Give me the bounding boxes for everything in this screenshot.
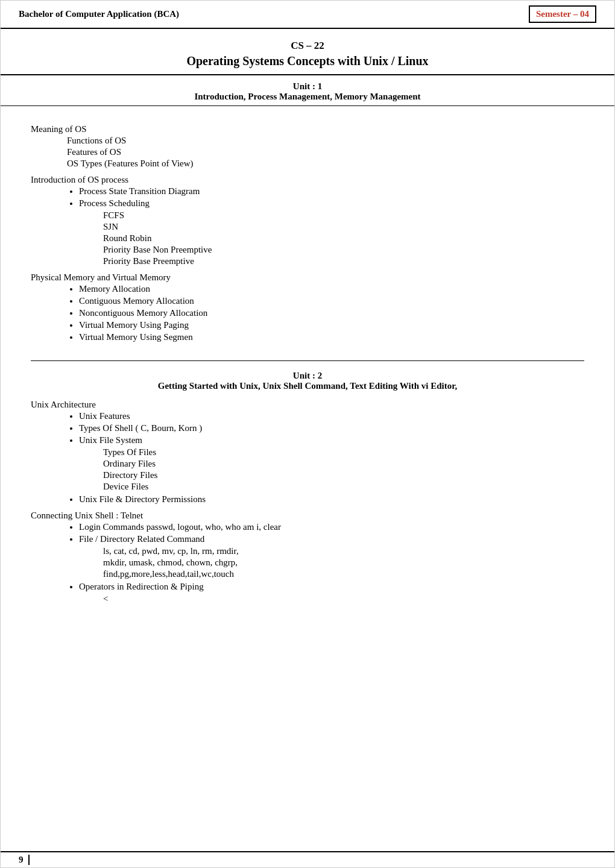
- priority-non-preemptive: Priority Base Non Preemptive: [31, 245, 584, 255]
- page-number: 9: [19, 855, 30, 865]
- features-of-os: Features of OS: [31, 147, 584, 157]
- header-title: Bachelor of Computer Application (BCA): [19, 9, 179, 19]
- bullet-list-2: Memory Allocation Contiguous Memory Allo…: [31, 284, 584, 342]
- types-of-files: Types Of Files: [31, 447, 584, 458]
- section-divider: [31, 360, 584, 361]
- fcfs: FCFS: [31, 210, 584, 221]
- list-item: Virtual Memory Using Segmen: [79, 332, 584, 342]
- list-item: Process State Transition Diagram: [79, 186, 584, 197]
- redirection-less-than: <: [31, 594, 584, 604]
- header-semester: Semester – 04: [529, 5, 596, 23]
- os-types: OS Types (Features Point of View): [31, 159, 584, 169]
- device-files: Device Files: [31, 482, 584, 492]
- directory-files: Directory Files: [31, 470, 584, 480]
- connecting-unix-shell: Connecting Unix Shell : Telnet: [31, 511, 584, 521]
- list-item: Noncontiguous Memory Allocation: [79, 308, 584, 318]
- file-cmd-1: ls, cat, cd, pwd, mv, cp, ln, rm, rmdir,: [31, 546, 584, 556]
- bullet-list-unit2-2: Unix File & Directory Permissions: [31, 494, 584, 505]
- content-area: Meaning of OS Functions of OS Features o…: [1, 106, 614, 617]
- unit1-header: Unit : 1 Introduction, Process Managemen…: [1, 75, 614, 106]
- unit2-description: Getting Started with Unix, Unix Shell Co…: [43, 381, 572, 391]
- page: Bachelor of Computer Application (BCA) S…: [0, 0, 615, 868]
- list-item: Login Commands passwd, logout, who, who …: [79, 522, 584, 532]
- list-item: Unix Features: [79, 411, 584, 421]
- unit1-number: Unit : 1: [13, 81, 602, 92]
- functions-of-os: Functions of OS: [31, 136, 584, 146]
- physical-memory: Physical Memory and Virtual Memory: [31, 272, 584, 283]
- list-item: Unix File System: [79, 435, 584, 445]
- file-cmd-3: find,pg,more,less,head,tail,wc,touch: [31, 569, 584, 579]
- meaning-of-os: Meaning of OS: [31, 124, 584, 134]
- bullet-list-unit2-4: Operators in Redirection & Piping: [31, 582, 584, 592]
- file-cmd-2: mkdir, umask, chmod, chown, chgrp,: [31, 558, 584, 568]
- round-robin: Round Robin: [31, 233, 584, 244]
- bullet-list-unit2-3: Login Commands passwd, logout, who, who …: [31, 522, 584, 544]
- list-item: Virtual Memory Using Paging: [79, 320, 584, 330]
- unix-architecture: Unix Architecture: [31, 400, 584, 410]
- unit2-header: Unit : 2 Getting Started with Unix, Unix…: [31, 367, 584, 396]
- list-item: File / Directory Related Command: [79, 534, 584, 544]
- sjn: SJN: [31, 222, 584, 232]
- priority-preemptive: Priority Base Preemptive: [31, 256, 584, 266]
- list-item: Types Of Shell ( C, Bourn, Korn ): [79, 423, 584, 433]
- course-code: CS – 22: [13, 40, 602, 52]
- list-item: Contiguous Memory Allocation: [79, 296, 584, 306]
- unit1-description: Introduction, Process Management, Memory…: [13, 92, 602, 102]
- header: Bachelor of Computer Application (BCA) S…: [1, 1, 614, 29]
- ordinary-files: Ordinary Files: [31, 459, 584, 469]
- list-item: Operators in Redirection & Piping: [79, 582, 584, 592]
- bullet-list-1: Process State Transition Diagram Process…: [31, 186, 584, 209]
- course-title-area: CS – 22 Operating Systems Concepts with …: [1, 29, 614, 75]
- list-item: Memory Allocation: [79, 284, 584, 294]
- footer: 9: [1, 851, 614, 867]
- bullet-list-unit2: Unix Features Types Of Shell ( C, Bourn,…: [31, 411, 584, 445]
- unit2-number: Unit : 2: [43, 371, 572, 381]
- course-name: Operating Systems Concepts with Unix / L…: [13, 54, 602, 68]
- list-item: Process Scheduling: [79, 198, 584, 209]
- intro-os-process: Introduction of OS process: [31, 175, 584, 185]
- list-item: Unix File & Directory Permissions: [79, 494, 584, 505]
